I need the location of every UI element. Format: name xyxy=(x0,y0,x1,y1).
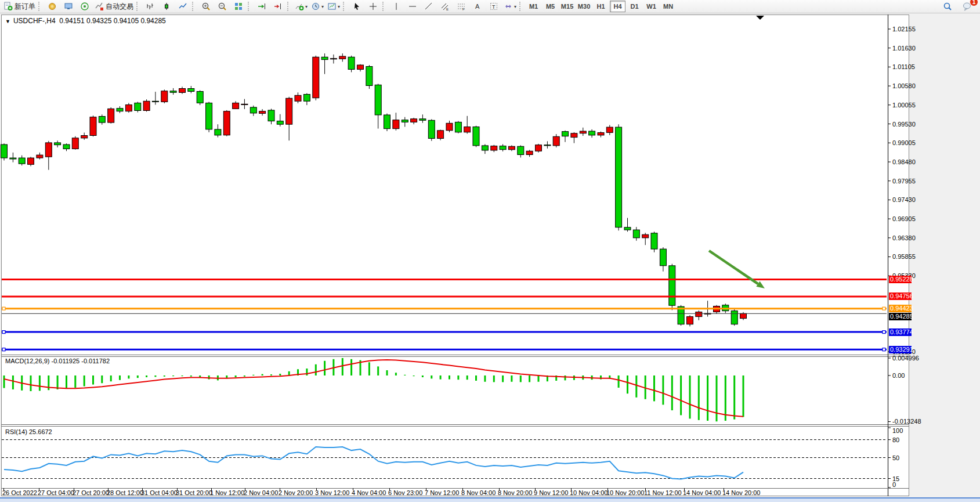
shapes-button[interactable]: ▾ xyxy=(502,0,518,13)
mt4-window: 新订单自动交易▾▾▾EFAT▾M1M5M15M30H1H4D1W1MN1 ▼US… xyxy=(0,0,980,502)
cursor-icon xyxy=(352,2,361,11)
horizontal-line-button[interactable] xyxy=(404,0,421,13)
price-tick-label: 1.00055 xyxy=(892,102,916,109)
timeframe-d1-button[interactable]: D1 xyxy=(627,1,642,12)
timeframe-m1-button[interactable]: M1 xyxy=(526,1,541,12)
svg-text:F: F xyxy=(462,8,465,11)
price-tick-label: 0.95855 xyxy=(892,253,916,260)
timeframe-mn-button[interactable]: MN xyxy=(660,1,676,12)
autotrading-button-label: 自动交易 xyxy=(106,2,133,12)
indicators-button[interactable]: ▾ xyxy=(293,0,309,13)
terminal-button[interactable] xyxy=(60,0,77,13)
time-axis-label: 2 Nov 20:00 xyxy=(279,489,313,496)
macd-indicator-label: MACD(12,26,9) -0.011925 -0.011782 xyxy=(5,357,110,364)
rsi-tick-label: 0 xyxy=(892,481,896,488)
vertical-line-button[interactable] xyxy=(388,0,404,13)
price-tick-label: 0.96380 xyxy=(892,234,916,241)
rsi-values: 25.6672 xyxy=(29,428,52,435)
indicators-icon xyxy=(295,2,304,11)
macd-values: -0.011925 -0.011782 xyxy=(51,357,110,364)
auto-scroll-button[interactable] xyxy=(254,0,270,13)
zoom-out-button[interactable] xyxy=(214,0,230,13)
time-axis-label: 9 Nov 12:00 xyxy=(534,489,568,496)
trendline-icon xyxy=(424,2,433,11)
ohlc-readout: 0.94151 0.94325 0.94105 0.94285 xyxy=(59,17,166,25)
rsi-tick-label: 50 xyxy=(892,454,899,461)
chart-shift-icon xyxy=(273,2,283,11)
new-order-icon xyxy=(3,2,13,11)
periods-button[interactable]: ▾ xyxy=(309,0,326,13)
price-tick-label: 0.96905 xyxy=(892,215,916,222)
svg-text:T: T xyxy=(492,4,496,10)
toolbar-grip xyxy=(287,2,291,11)
price-tick-label: 1.01105 xyxy=(892,63,915,70)
timeframe-m30-button[interactable]: M30 xyxy=(576,1,592,12)
price-tick-label: 1.02155 xyxy=(892,26,916,32)
time-axis-label: 8 Nov 20:00 xyxy=(498,489,532,496)
timeframe-w1-button[interactable]: W1 xyxy=(643,1,659,12)
price-tick-label: 0.99530 xyxy=(892,121,916,128)
time-axis-label: 3 Nov 12:00 xyxy=(315,489,349,496)
line-chart-button[interactable] xyxy=(175,0,191,13)
signals-button[interactable] xyxy=(77,0,93,13)
toolbar-grip xyxy=(192,2,196,11)
status-strip xyxy=(0,497,980,502)
text-button[interactable]: A xyxy=(469,0,486,13)
notifications-button[interactable]: 1 xyxy=(959,0,975,13)
crosshair-button[interactable] xyxy=(365,0,381,13)
price-marker-chip: 0.93774 xyxy=(889,328,912,336)
timeframe-h4-button[interactable]: H4 xyxy=(610,1,625,12)
time-axis-label: 27 Oct 04:00 xyxy=(38,489,74,496)
toolbar-grip xyxy=(519,2,523,11)
gold-badge-button[interactable] xyxy=(44,0,60,13)
timeframe-m5-button[interactable]: M5 xyxy=(543,1,558,12)
rsi-tick-label: 80 xyxy=(892,436,899,443)
time-axis-label: 14 Nov 04:00 xyxy=(683,489,721,496)
toolbar-grip xyxy=(136,2,140,11)
time-axis-label: 31 Oct 04:00 xyxy=(141,489,178,496)
macd-tick-label: -0.013248 xyxy=(892,418,921,425)
symbol-period-label: USDCHF-,H4 xyxy=(13,17,56,25)
chart-window[interactable] xyxy=(1,15,909,496)
candlestick-chart-button[interactable] xyxy=(158,0,175,13)
search-button[interactable] xyxy=(939,0,956,13)
macd-tick-label: 0.00 xyxy=(892,372,905,379)
timeframe-h1-button[interactable]: H1 xyxy=(593,1,609,12)
time-axis-label: 27 Oct 20:00 xyxy=(73,489,109,496)
toolbar-grip xyxy=(343,2,346,11)
symbol-collapse-icon[interactable]: ▼ xyxy=(5,19,10,24)
time-axis-label: 2 Nov 04:00 xyxy=(244,489,278,496)
trendline-button[interactable] xyxy=(421,0,437,13)
zoom-in-button[interactable] xyxy=(198,0,214,13)
text-label-button[interactable]: T xyxy=(486,0,502,13)
price-marker-chip: 0.94285 xyxy=(889,313,912,320)
sonar-icon xyxy=(80,2,89,11)
templates-icon xyxy=(327,2,337,11)
tile-windows-icon xyxy=(234,2,243,11)
monitor-icon xyxy=(64,2,73,11)
price-marker-chip: 0.93291 xyxy=(889,346,912,353)
time-axis-label: 28 Oct 12:00 xyxy=(107,489,143,496)
bars-icon xyxy=(146,2,155,11)
price-tick-label: 0.97430 xyxy=(892,196,916,203)
fibonacci-button[interactable]: F xyxy=(453,0,469,13)
time-axis-label: 10 Nov 04:00 xyxy=(570,489,607,496)
toolbar-grip xyxy=(38,2,42,11)
chart-shift-button[interactable] xyxy=(270,0,286,13)
search-icon xyxy=(943,2,952,11)
tile-windows-button[interactable] xyxy=(230,0,247,13)
zoom-out-icon xyxy=(218,2,227,11)
bar-chart-button[interactable] xyxy=(142,0,158,13)
time-axis-label: 14 Nov 20:00 xyxy=(722,489,760,496)
autotrading-button[interactable]: 自动交易 xyxy=(93,0,135,13)
svg-text:A: A xyxy=(475,3,480,10)
rsi-indicator-label: RSI(14) 25.6672 xyxy=(5,428,52,435)
templates-button[interactable]: ▾ xyxy=(326,0,342,13)
cursor-button[interactable] xyxy=(349,0,365,13)
channel-button[interactable]: E xyxy=(437,0,453,13)
price-marker-chip: 0.94756 xyxy=(889,292,912,300)
zoom-in-icon xyxy=(201,2,211,11)
chevron-down-icon: ▾ xyxy=(305,4,308,9)
timeframe-m15-button[interactable]: M15 xyxy=(559,1,575,12)
new-order-button[interactable]: 新订单 xyxy=(2,0,37,13)
